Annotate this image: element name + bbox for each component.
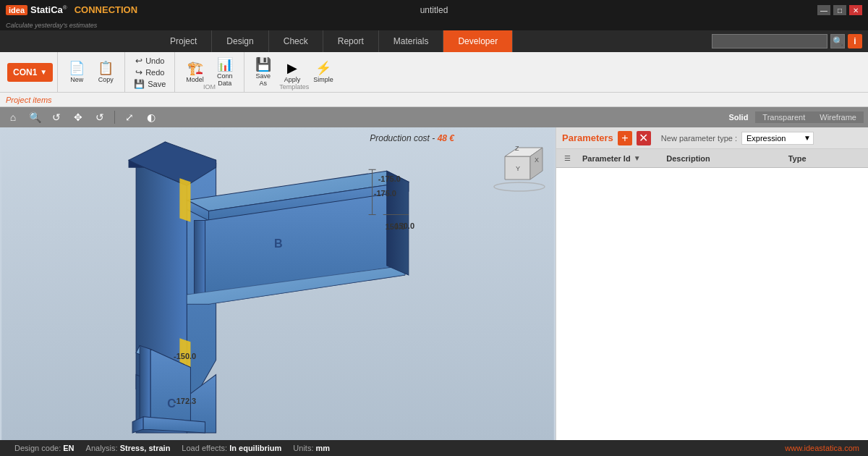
templates-group-label: Templates xyxy=(244,83,344,90)
add-param-button[interactable]: + xyxy=(618,131,632,145)
website-link[interactable]: www.ideastatica.com xyxy=(785,444,859,452)
maximize-button[interactable]: □ xyxy=(833,5,846,15)
search-button[interactable]: 🔍 xyxy=(830,34,845,48)
nav-bar: Project Design Check Report Materials De… xyxy=(0,30,868,52)
expand-button[interactable]: ⤢ xyxy=(121,109,138,125)
apply-label: Apply xyxy=(284,76,301,83)
redo-button[interactable]: ↪ Redo xyxy=(132,67,167,78)
cost-label: Production cost xyxy=(370,133,430,143)
new-copy-group: 📄 New 📋 Copy xyxy=(58,52,125,92)
copy-button[interactable]: 📋 Copy xyxy=(93,56,119,89)
orientation-cube[interactable]: Y X Z xyxy=(490,135,548,193)
description-header: Description xyxy=(666,154,710,163)
units-value: mm xyxy=(316,444,331,452)
new-button[interactable]: 📄 New xyxy=(64,56,90,89)
col-description: Description xyxy=(662,149,783,167)
undo-button[interactable]: ↩ Undo xyxy=(132,55,167,67)
param-type-wrap: Expression Integer Real Boolean ▼ xyxy=(741,132,814,145)
save-label: Save xyxy=(148,80,166,88)
tab-design[interactable]: Design xyxy=(212,30,268,52)
col-type: Type xyxy=(784,149,868,167)
zoom-fit-button[interactable]: 🔍 xyxy=(26,109,43,125)
main-content: Production cost - 48 € xyxy=(0,127,868,440)
save-button[interactable]: 💾 Save xyxy=(131,78,169,90)
iom-group-label: IOM xyxy=(175,83,244,90)
section-button[interactable]: ◐ xyxy=(142,109,160,125)
params-table-header: ☰ Parameter Id ▼ Description Type xyxy=(556,149,868,168)
solid-mode-tab[interactable]: Solid xyxy=(721,111,755,123)
title-bar-left: idea StatiCa® CONNECTION xyxy=(6,4,137,15)
svg-text:Z: Z xyxy=(515,145,519,152)
svg-text:B: B xyxy=(274,237,283,250)
svg-point-38 xyxy=(494,182,545,191)
search-input[interactable] xyxy=(712,34,827,48)
analysis-value: Stress, strain xyxy=(120,444,171,452)
analysis-label: Analysis: xyxy=(86,444,118,452)
3d-model: B C -175.0 xyxy=(0,127,556,440)
undo-label: Undo xyxy=(145,56,164,65)
tab-developer[interactable]: Developer xyxy=(443,30,513,52)
design-code-label: Design code: xyxy=(14,444,61,452)
dim-label-1: -175.0 xyxy=(374,189,396,198)
toolbar: CON1 ▼ 📄 New 📋 Copy ↩ Undo ↪ Redo 💾 Save xyxy=(0,52,868,93)
units-label: Units: xyxy=(293,444,313,452)
col-param-id[interactable]: Parameter Id ▼ xyxy=(578,149,662,167)
svg-text:Y: Y xyxy=(516,165,520,172)
load-effects-label: Load effects: xyxy=(182,444,227,452)
delete-param-button[interactable]: ✕ xyxy=(637,131,651,145)
separator xyxy=(114,111,115,124)
tab-check[interactable]: Check xyxy=(269,30,323,52)
rotate-button[interactable]: ↺ xyxy=(48,109,65,125)
svg-marker-11 xyxy=(194,221,205,295)
templates-group: 💾 SaveAs ▶ Apply ⚡ Simple Templates xyxy=(244,52,344,92)
home-view-button[interactable]: ⌂ xyxy=(4,109,22,125)
simple-label: Simple xyxy=(313,76,333,83)
app-module: CONNECTION xyxy=(75,4,137,15)
status-bar: Design code: EN Analysis: Stress, strain… xyxy=(0,440,868,456)
params-body xyxy=(556,168,868,440)
dim-label-3: -150.0 xyxy=(174,352,196,360)
logo-text: StatiCa® xyxy=(30,4,67,15)
app-subtitle: Calculate yesterday's estimates xyxy=(6,22,97,29)
params-panel: Parameters + ✕ New parameter type : Expr… xyxy=(556,127,868,440)
param-type-select[interactable]: Expression Integer Real Boolean xyxy=(741,132,814,145)
reset-button[interactable]: ↺ xyxy=(91,109,109,125)
close-button[interactable]: ✕ xyxy=(849,5,862,15)
col-filter: ☰ xyxy=(556,149,578,167)
production-cost: Production cost - 48 € xyxy=(370,133,454,143)
view-mode-tabs: Solid Transparent Wireframe xyxy=(721,111,864,123)
new-label: New xyxy=(70,76,83,83)
param-id-header: Parameter Id xyxy=(582,154,631,163)
title-bar-controls: — □ ✕ xyxy=(817,5,862,15)
dim-label-2: 150.0 xyxy=(394,221,414,230)
window-title: untitled xyxy=(420,5,448,15)
iom-group: 🏗️ Model 📊 ConnData IOM xyxy=(175,52,244,92)
logo-area: idea StatiCa® CONNECTION xyxy=(6,4,137,15)
svg-text:X: X xyxy=(535,156,539,164)
viewport[interactable]: Production cost - 48 € xyxy=(0,127,556,440)
copy-label: Copy xyxy=(98,76,114,83)
pan-button[interactable]: ✥ xyxy=(69,109,87,125)
params-title: Parameters xyxy=(562,132,613,143)
undo-redo-group: ↩ Undo ↪ Redo 💾 Save xyxy=(125,52,175,92)
filter-icon: ▼ xyxy=(634,154,641,162)
tab-report[interactable]: Report xyxy=(323,30,379,52)
svg-text:-175.0: -175.0 xyxy=(378,174,401,183)
logo-box: idea xyxy=(6,5,27,15)
minimize-button[interactable]: — xyxy=(817,5,830,15)
params-header: Parameters + ✕ New parameter type : Expr… xyxy=(556,127,868,149)
svg-marker-18 xyxy=(179,178,190,221)
wireframe-mode-tab[interactable]: Wireframe xyxy=(812,111,864,123)
load-effects-value: In equilibrium xyxy=(229,444,281,452)
sub-toolbar: ⌂ 🔍 ↺ ✥ ↺ ⤢ ◐ Solid Transparent Wirefram… xyxy=(0,107,868,127)
search-area: 🔍 i xyxy=(712,34,868,48)
transparent-mode-tab[interactable]: Transparent xyxy=(755,111,812,123)
tab-project[interactable]: Project xyxy=(156,30,212,52)
info-button[interactable]: i xyxy=(848,34,862,48)
model-label: Model xyxy=(186,76,204,83)
tab-materials[interactable]: Materials xyxy=(379,30,444,52)
dim-label-4: -172.3 xyxy=(174,397,196,405)
redo-label: Redo xyxy=(145,68,164,77)
con1-button[interactable]: CON1 ▼ xyxy=(7,63,53,82)
project-items-label: Project items xyxy=(6,96,52,104)
